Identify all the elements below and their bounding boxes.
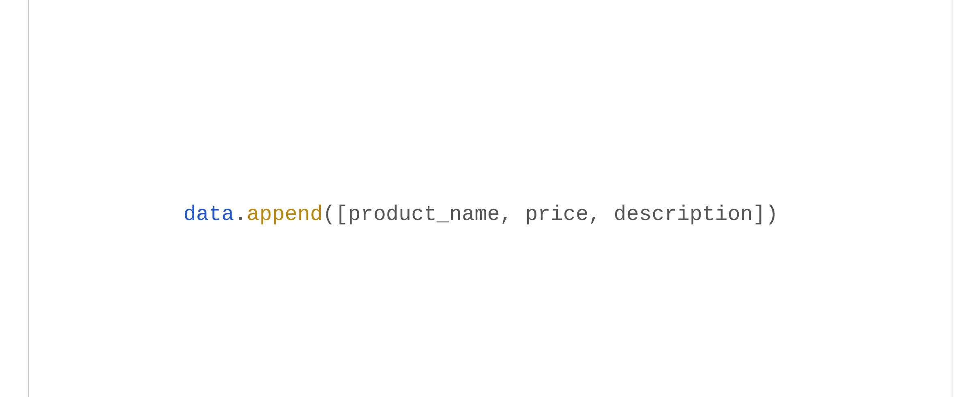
method-append: append	[247, 203, 323, 226]
code-block: import csv data = [["Product Name", "Pri…	[57, 0, 923, 397]
dot1: .	[234, 203, 247, 226]
var-data2: data	[184, 203, 234, 226]
code-line-3: for product in products:	[57, 0, 923, 35]
indent1	[133, 203, 184, 226]
code-container: import csv data = [["Product Name", "Pri…	[28, 0, 952, 397]
append-args: ([product_name, price, description])	[323, 203, 778, 226]
code-line-4: data.append([product_name, price, descri…	[57, 166, 923, 264]
code-line-5: with open('zepto_products.csv', mode='w'…	[57, 395, 923, 397]
